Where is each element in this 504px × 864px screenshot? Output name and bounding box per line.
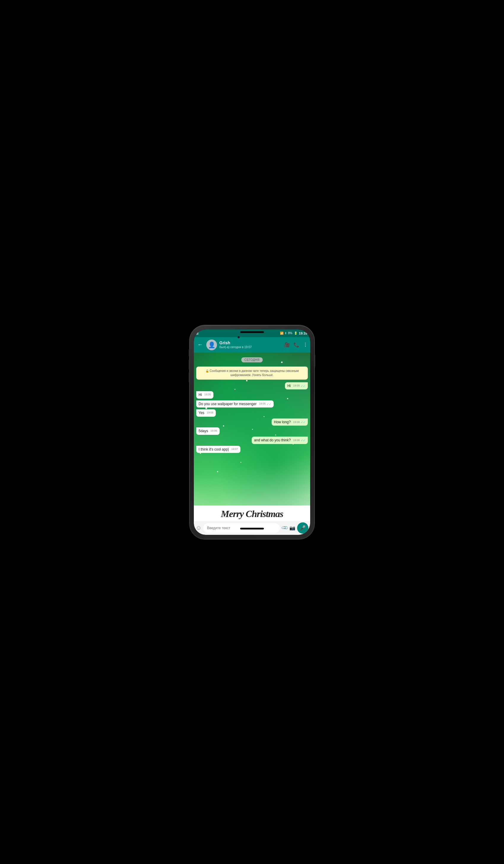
bubble-sent: and what do you think? 19:06 ✓✓ <box>252 436 308 444</box>
message-text: Yes <box>199 411 204 415</box>
message-row: and what do you think? 19:06 ✓✓ <box>196 436 308 444</box>
message-time: 19:05 <box>259 402 266 406</box>
bubble-sent: How long? 19:06 ✓✓ <box>272 419 308 426</box>
phone-frame: 🖼 📶 Ⅱ 8% 🔋 19:10 ← 👤 Grish был(- <box>190 325 314 539</box>
chat-area: СЕГОДНЯ 🔒 Сообщения и звонки в данном ча… <box>194 352 310 535</box>
volume-up-button <box>189 349 190 357</box>
message-time: 19:06 <box>207 411 214 415</box>
phone-inner: 🖼 📶 Ⅱ 8% 🔋 19:10 ← 👤 Grish был(- <box>194 329 310 535</box>
date-divider: СЕГОДНЯ <box>241 357 262 362</box>
bubble-meta: 19:06 <box>211 429 217 433</box>
back-button[interactable]: ← <box>196 340 204 349</box>
message-time: 19:06 <box>293 421 300 424</box>
video-call-icon[interactable]: 🎥 <box>284 342 290 348</box>
chat-messages: СЕГОДНЯ 🔒 Сообщения и звонки в данном ча… <box>194 352 310 505</box>
read-ticks: ✓✓ <box>301 384 305 388</box>
encryption-notice: 🔒 Сообщения и звонки в данном чате тепер… <box>196 367 308 380</box>
bubble-received: I think it's cool app) 19:07 <box>196 446 240 453</box>
bubble-received: 5days 19:06 <box>196 428 220 435</box>
message-row: Hi 19:05 ✓✓ <box>196 382 308 390</box>
status-left: 🖼 <box>196 332 199 335</box>
message-text: and what do you think? <box>254 438 291 442</box>
app-header: ← 👤 Grish был(-а) сегодня в 19:07 🎥 📞 ⋮ <box>194 337 310 352</box>
emoji-button[interactable]: ☺ <box>196 525 202 531</box>
screen: 🖼 📶 Ⅱ 8% 🔋 19:10 ← 👤 Grish был(- <box>194 329 310 535</box>
attach-button[interactable]: 📎 <box>280 524 289 532</box>
message-time: 19:06 <box>211 429 217 433</box>
message-row: 5days 19:06 <box>196 428 308 435</box>
contact-name: Grish <box>219 340 282 346</box>
signal-icon: Ⅱ <box>285 332 286 335</box>
merry-christmas-section: Merry Christmas <box>194 505 310 521</box>
bubble-sent: Hi 19:05 ✓✓ <box>285 382 308 390</box>
bubble-meta: 19:06 ✓✓ <box>293 439 305 442</box>
camera-button[interactable]: 📷 <box>289 525 295 531</box>
bubble-meta: 19:06 ✓✓ <box>293 420 305 424</box>
status-bar: 🖼 📶 Ⅱ 8% 🔋 19:10 <box>194 329 310 337</box>
message-row: Yes 19:06 <box>196 409 308 417</box>
message-row: I think it's cool app) 19:07 <box>196 446 308 453</box>
bubble-meta: 19:05 ✓✓ <box>293 384 305 388</box>
read-ticks: ✓✓ <box>301 420 305 424</box>
message-row: Hi 19:05 <box>196 391 308 399</box>
bubble-meta: 19:06 <box>207 411 214 415</box>
message-time: 19:06 <box>293 439 300 442</box>
power-button <box>314 355 315 367</box>
bubble-received: Hi 19:05 <box>196 391 213 399</box>
message-text: 5days <box>199 429 208 433</box>
front-camera <box>238 336 240 338</box>
bubble-meta: 19:05 ✓✓ <box>259 402 271 406</box>
speaker-bottom <box>240 528 264 529</box>
contact-status: был(-а) сегодня в 19:07 <box>219 346 282 349</box>
silent-button <box>189 372 190 383</box>
status-time: 19:10 <box>299 332 307 335</box>
message-text: How long? <box>274 420 291 424</box>
mic-button[interactable]: 🎤 <box>297 523 308 533</box>
contact-info: Grish был(-а) сегодня в 19:07 <box>219 340 282 349</box>
message-time: 19:05 <box>293 384 300 388</box>
date-badge: СЕГОДНЯ <box>241 357 262 362</box>
header-actions: 🎥 📞 ⋮ <box>284 342 308 348</box>
speaker-top <box>240 331 264 333</box>
avatar-icon: 👤 <box>208 341 216 348</box>
bubble-received: Do you use wallpaper for messenger 19:05… <box>196 400 274 408</box>
phone-call-icon[interactable]: 📞 <box>293 342 300 348</box>
read-ticks: ✓✓ <box>266 402 271 406</box>
avatar[interactable]: 👤 <box>206 339 217 350</box>
message-text: I think it's cool app) <box>199 447 229 452</box>
bubble-meta: 19:07 <box>231 447 238 451</box>
more-options-icon[interactable]: ⋮ <box>303 342 308 348</box>
message-text: Hi <box>199 393 202 397</box>
merry-christmas-text: Merry Christmas <box>197 508 307 519</box>
wifi-icon: 📶 <box>280 332 284 335</box>
bubble-meta: 19:05 <box>204 393 211 397</box>
message-row: Do you use wallpaper for messenger 19:05… <box>196 400 308 408</box>
message-text: Do you use wallpaper for messenger <box>199 402 256 406</box>
volume-down-button <box>189 359 190 370</box>
status-right: 📶 Ⅱ 8% 🔋 19:10 <box>280 332 307 335</box>
notification-icon: 🖼 <box>196 332 199 335</box>
message-row: How long? 19:06 ✓✓ <box>196 419 308 426</box>
message-time: 19:07 <box>231 447 238 451</box>
battery-icon: 🔋 <box>294 332 297 335</box>
battery-level: 8% <box>288 332 292 335</box>
message-text: Hi <box>287 384 291 388</box>
bubble-received: Yes 19:06 <box>196 409 216 417</box>
mic-icon: 🎤 <box>300 525 306 531</box>
message-time: 19:05 <box>204 393 211 397</box>
read-ticks: ✓✓ <box>301 439 305 442</box>
